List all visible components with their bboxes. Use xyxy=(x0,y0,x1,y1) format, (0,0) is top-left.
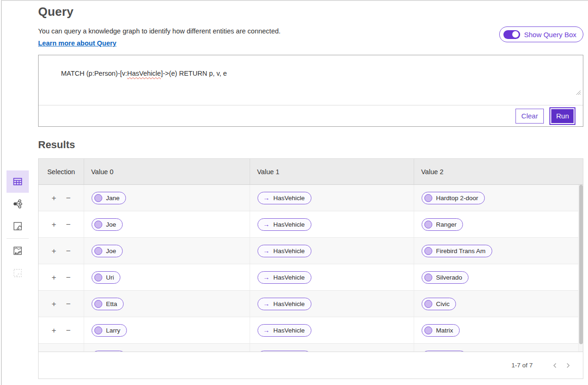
entity-label: Silverado xyxy=(436,274,462,281)
row-add-to-selection-button[interactable]: + xyxy=(51,220,57,229)
entity-pill[interactable]: Larry xyxy=(92,324,127,337)
scrollbar-thumb[interactable] xyxy=(579,185,583,344)
entity-label: Joe xyxy=(106,221,116,228)
clear-button[interactable]: Clear xyxy=(515,109,544,124)
pagination-range: 1-7 of 7 xyxy=(511,362,533,369)
sidebar-item-table-view[interactable] xyxy=(7,170,29,193)
results-title: Results xyxy=(38,139,75,151)
entity-label: Matrix xyxy=(436,327,453,334)
vertical-scrollbar[interactable] xyxy=(578,185,583,352)
entity-label: Jane xyxy=(106,195,119,202)
entity-label: Hardtop 2-door xyxy=(436,195,478,202)
entity-node-icon xyxy=(424,300,432,308)
add-to-map-icon xyxy=(12,245,23,256)
arrow-right-icon: → xyxy=(260,274,270,281)
row-add-to-selection-button[interactable]: + xyxy=(51,326,57,335)
entity-pill[interactable]: Joe xyxy=(92,218,123,231)
relationship-pill[interactable]: → HasVehicle xyxy=(258,192,311,204)
entity-pill[interactable]: Silverado xyxy=(422,271,469,284)
row-remove-from-selection-button[interactable]: − xyxy=(65,273,72,282)
results-table: Selection Value 0 Value 1 Value 2 + − Ja… xyxy=(38,158,583,379)
relationship-label: HasVehicle xyxy=(273,327,305,334)
sidebar-item-add-to-map[interactable] xyxy=(7,240,29,262)
sidebar-item-link-chart-view[interactable] xyxy=(7,193,29,215)
entity-node-icon xyxy=(94,274,102,281)
query-panel: Query You can query a knowledge graph to… xyxy=(38,0,583,47)
row-remove-from-selection-button[interactable]: − xyxy=(65,220,72,229)
table-row: + − Joe → HasVehicle Ranger xyxy=(39,211,583,238)
selection-cell: + − xyxy=(39,264,84,290)
relationship-pill[interactable]: → HasVehicle xyxy=(258,271,311,284)
value2-cell: Silverado xyxy=(414,264,583,290)
column-header-selection: Selection xyxy=(39,159,84,184)
value1-cell: → HasVehicle xyxy=(250,317,414,343)
entity-pill[interactable]: Uri xyxy=(92,271,120,284)
relationship-label: HasVehicle xyxy=(273,300,305,307)
entity-pill[interactable]: Firebird Trans Am xyxy=(422,245,492,257)
entity-pill[interactable]: Civic xyxy=(422,298,456,310)
value1-cell: → HasVehicle xyxy=(250,264,414,290)
value0-cell: Joe xyxy=(84,238,250,264)
entity-label: Firebird Trans Am xyxy=(436,248,486,254)
entity-pill[interactable]: Jane xyxy=(92,192,126,204)
relationship-pill[interactable]: → HasVehicle xyxy=(258,298,311,310)
row-add-to-selection-button[interactable]: + xyxy=(51,246,57,256)
value1-cell: → HasVehicle xyxy=(250,291,414,317)
entity-node-icon xyxy=(94,326,102,334)
link-chart-icon xyxy=(12,198,23,209)
dashed-map-icon xyxy=(12,268,23,279)
entity-pill[interactable]: Etta xyxy=(92,298,124,310)
value0-cell: Joe xyxy=(84,211,250,237)
toggle-switch-icon xyxy=(503,30,520,39)
column-header-value0: Value 0 xyxy=(84,159,250,184)
learn-more-link[interactable]: Learn more about Query xyxy=(38,39,116,47)
entity-pill[interactable]: Joe xyxy=(92,245,123,257)
column-header-value2: Value 2 xyxy=(414,159,583,184)
entity-node-icon xyxy=(94,194,102,202)
value0-cell: Larry xyxy=(84,317,250,343)
relationship-pill[interactable]: → HasVehicle xyxy=(258,218,311,231)
relationship-label: HasVehicle xyxy=(273,274,305,281)
query-misspelled-word: HasVehicle xyxy=(127,70,161,77)
relationship-label: HasVehicle xyxy=(273,221,305,228)
selection-cell: + − xyxy=(39,185,84,211)
value2-cell: Firebird Trans Am xyxy=(414,238,583,264)
column-header-value1: Value 1 xyxy=(250,159,414,184)
entity-label: Etta xyxy=(106,300,117,307)
row-remove-from-selection-button[interactable]: − xyxy=(65,326,72,335)
resize-grip-icon[interactable] xyxy=(556,82,581,104)
row-add-to-selection-button[interactable]: + xyxy=(51,273,57,282)
previous-page-button[interactable] xyxy=(548,361,562,370)
value1-cell: → HasVehicle xyxy=(250,185,414,211)
entity-label: Uri xyxy=(106,274,114,281)
entity-pill[interactable]: Matrix xyxy=(422,324,460,337)
panel-left-border xyxy=(1,0,2,385)
next-page-button[interactable] xyxy=(562,361,575,370)
value1-cell: → HasVehicle xyxy=(250,238,414,264)
table-footer: 1-7 of 7 xyxy=(39,352,583,378)
show-query-box-toggle[interactable]: Show Query Box xyxy=(499,26,583,42)
relationship-pill[interactable]: → HasVehicle xyxy=(258,245,311,257)
value1-cell: → HasVehicle xyxy=(250,211,414,237)
sidebar-item-map-view[interactable] xyxy=(7,215,29,237)
entity-pill[interactable]: Hardtop 2-door xyxy=(422,192,485,204)
selection-cell: + − xyxy=(39,291,84,317)
query-input[interactable]: MATCH (p:Person)-[v:HasVehicle]->(e) RET… xyxy=(39,55,583,106)
query-page: Query You can query a knowledge graph to… xyxy=(0,0,588,385)
relationship-pill[interactable]: → HasVehicle xyxy=(258,324,311,337)
row-add-to-selection-button[interactable]: + xyxy=(51,299,57,309)
query-text-after: ]->(e) RETURN p, v, e xyxy=(161,70,227,77)
value2-cell: Civic xyxy=(414,291,583,317)
row-remove-from-selection-button[interactable]: − xyxy=(65,299,72,309)
entity-label: Larry xyxy=(106,327,120,334)
arrow-right-icon: → xyxy=(260,300,270,307)
row-add-to-selection-button[interactable]: + xyxy=(51,193,57,203)
run-button[interactable]: Run xyxy=(550,108,575,124)
row-remove-from-selection-button[interactable]: − xyxy=(65,193,72,203)
entity-pill[interactable]: Ranger xyxy=(422,218,463,231)
entity-label: Ranger xyxy=(436,221,456,228)
row-remove-from-selection-button[interactable]: − xyxy=(65,246,72,256)
selection-cell: + − xyxy=(39,238,84,264)
query-text: MATCH (p:Person)-[v: xyxy=(61,70,127,77)
entity-node-icon xyxy=(424,326,432,334)
